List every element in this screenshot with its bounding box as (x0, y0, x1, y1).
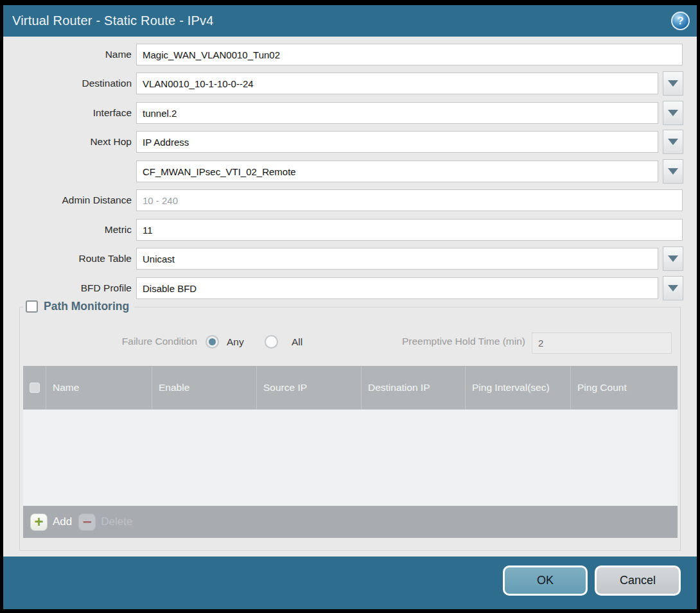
metric-input[interactable] (136, 219, 683, 241)
static-route-dialog: Virtual Router - Static Route - IPv4 ? N… (0, 0, 700, 613)
interface-input[interactable] (136, 102, 658, 124)
failure-condition-any-label: Any (227, 336, 244, 348)
column-header-name[interactable]: Name (46, 366, 152, 410)
add-button[interactable]: + Add (30, 514, 72, 531)
destination-dropdown-button[interactable] (663, 71, 683, 96)
bfd-profile-input[interactable] (136, 277, 658, 299)
bfd-profile-dropdown-button[interactable] (663, 276, 683, 300)
path-monitoring-legend: Path Monitoring (23, 300, 134, 313)
next-hop-label: Next Hop (3, 131, 132, 153)
column-header-destination-ip[interactable]: Destination IP (362, 366, 466, 410)
name-input[interactable] (136, 44, 683, 65)
route-table-label: Route Table (3, 248, 132, 270)
path-monitoring-title: Path Monitoring (44, 300, 129, 313)
failure-condition-label: Failure Condition (20, 336, 197, 347)
dialog-titlebar: Virtual Router - Static Route - IPv4 ? (3, 5, 697, 37)
column-header-ping-interval[interactable]: Ping Interval(sec) (466, 366, 571, 410)
path-monitoring-checkbox[interactable] (26, 300, 38, 313)
delete-button-label: Delete (101, 515, 132, 528)
column-header-source-ip[interactable]: Source IP (257, 366, 362, 410)
select-all-checkbox[interactable] (30, 383, 40, 393)
dialog-body: Name Destination Interface Next Hop Admi… (3, 37, 697, 557)
preemptive-hold-time-label: Preemptive Hold Time (min) (296, 336, 525, 347)
next-hop-address-dropdown-button[interactable] (663, 159, 683, 184)
admin-distance-input[interactable] (136, 189, 683, 211)
failure-condition-any-radio[interactable] (206, 335, 219, 349)
table-header-row: Name Enable Source IP Destination IP Pin… (23, 366, 678, 410)
dialog-title: Virtual Router - Static Route - IPv4 (12, 13, 214, 28)
chevron-down-icon (668, 139, 678, 145)
chevron-down-icon (668, 80, 678, 87)
minus-icon: − (78, 514, 96, 531)
path-monitoring-table: Name Enable Source IP Destination IP Pin… (23, 366, 678, 538)
path-monitoring-section: Path Monitoring Failure Condition Any Al… (19, 307, 681, 551)
chevron-down-icon (668, 110, 678, 116)
table-body-empty (23, 410, 678, 506)
help-icon[interactable]: ? (671, 12, 690, 30)
dialog-footer: OK Cancel (3, 557, 697, 609)
next-hop-type-dropdown-button[interactable] (663, 130, 683, 154)
delete-button[interactable]: − Delete (78, 514, 132, 531)
table-header-checkbox-cell (23, 366, 46, 410)
table-toolbar: + Add − Delete (23, 506, 678, 538)
admin-distance-label: Admin Distance (3, 189, 132, 211)
ok-button[interactable]: OK (503, 566, 588, 596)
route-table-dropdown-button[interactable] (663, 246, 683, 271)
next-hop-address-input[interactable] (136, 160, 658, 182)
destination-input[interactable] (136, 73, 658, 94)
bfd-profile-label: BFD Profile (3, 277, 132, 299)
interface-label: Interface (3, 102, 132, 124)
column-header-enable[interactable]: Enable (152, 366, 257, 410)
interface-dropdown-button[interactable] (663, 101, 683, 125)
plus-icon: + (30, 514, 48, 531)
chevron-down-icon (668, 168, 678, 175)
column-header-ping-count[interactable]: Ping Count (571, 366, 678, 410)
next-hop-type-input[interactable] (136, 131, 658, 153)
destination-label: Destination (3, 73, 132, 94)
cancel-button[interactable]: Cancel (595, 566, 681, 596)
chevron-down-icon (668, 255, 678, 262)
chevron-down-icon (668, 285, 678, 291)
route-table-input[interactable] (136, 248, 658, 270)
preemptive-hold-time-input[interactable] (532, 332, 672, 354)
add-button-label: Add (53, 515, 72, 528)
name-label: Name (3, 44, 132, 65)
metric-label: Metric (3, 219, 132, 241)
failure-condition-all-radio[interactable] (265, 335, 278, 349)
